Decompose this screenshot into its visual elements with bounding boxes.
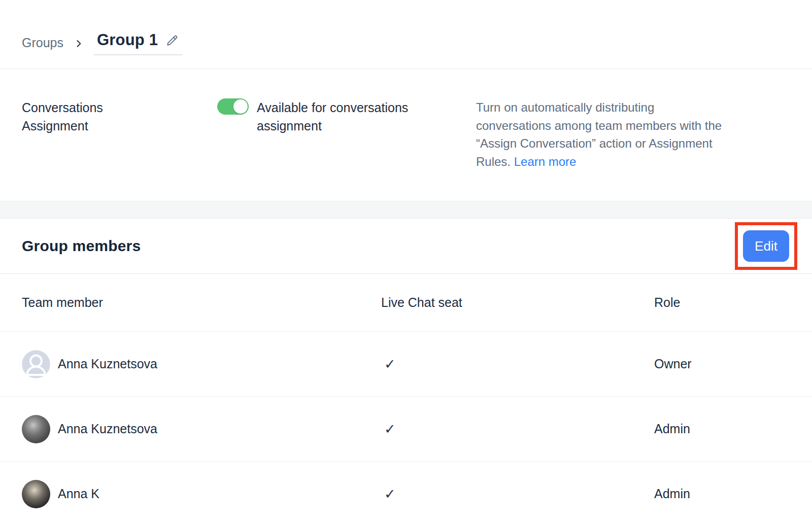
highlight-outline: Edit	[735, 222, 797, 270]
edit-button[interactable]: Edit	[743, 230, 789, 262]
live-chat-seat-cell: ✓	[381, 356, 654, 372]
description-line: conversations among team members with th…	[476, 117, 766, 135]
chevron-right-icon	[74, 39, 84, 49]
assignment-description: Turn on automatically distributing conve…	[476, 98, 766, 201]
edit-pencil-icon[interactable]	[165, 33, 179, 48]
live-chat-seat-cell: ✓	[381, 486, 654, 502]
member-cell: Anna K	[22, 480, 381, 508]
avatar-placeholder	[22, 350, 50, 378]
group-members-header: Group members Edit	[0, 219, 812, 274]
availability-toggle-group: Available for conversations assignment	[217, 98, 476, 201]
column-header-live-chat-seat: Live Chat seat	[381, 295, 654, 310]
table-row: Anna Kuznetsova ✓ Owner	[0, 332, 812, 397]
description-line: Turn on automatically distributing	[476, 98, 766, 117]
role-cell: Admin	[654, 422, 790, 436]
check-icon: ✓	[381, 421, 396, 437]
breadcrumb-groups-link[interactable]: Groups	[22, 36, 63, 50]
group-members-title: Group members	[22, 237, 141, 255]
role-cell: Admin	[654, 487, 790, 501]
toggle-knob	[233, 99, 248, 114]
role-value: Owner	[654, 357, 692, 371]
member-name: Anna K	[58, 487, 99, 501]
description-line-text: Rules.	[476, 155, 511, 168]
live-chat-seat-cell: ✓	[381, 421, 654, 437]
member-name: Anna Kuznetsova	[58, 357, 157, 371]
table-header-row: Team member Live Chat seat Role	[0, 274, 812, 332]
table-row: Anna K ✓ Admin	[0, 462, 812, 521]
member-cell: Anna Kuznetsova	[22, 350, 381, 378]
avatar-photo	[22, 480, 50, 508]
breadcrumb: Groups Group 1	[0, 0, 812, 69]
check-icon: ✓	[381, 356, 396, 372]
avatar-photo	[22, 415, 50, 443]
role-value: Admin	[654, 487, 690, 501]
group-title-editable[interactable]: Group 1	[94, 31, 182, 55]
conversations-assignment-section: Conversations Assignment Available for c…	[0, 69, 812, 201]
column-header-role: Role	[654, 295, 790, 310]
description-line: Rules. Learn more	[476, 153, 766, 171]
description-line: “Assign Conversation” action or Assignme…	[476, 134, 766, 153]
conversations-assignment-label: Conversations Assignment	[22, 98, 217, 201]
check-icon: ✓	[381, 486, 396, 502]
table-row: Anna Kuznetsova ✓ Admin	[0, 397, 812, 462]
role-cell: Owner	[654, 357, 790, 371]
section-divider-band	[0, 201, 812, 219]
learn-more-link[interactable]: Learn more	[514, 155, 577, 168]
role-value: Admin	[654, 422, 690, 436]
column-header-team-member: Team member	[22, 295, 381, 310]
availability-toggle-label: Available for conversations assignment	[257, 98, 439, 135]
member-cell: Anna Kuznetsova	[22, 415, 381, 443]
page-title: Group 1	[97, 31, 158, 49]
member-name: Anna Kuznetsova	[58, 422, 157, 436]
availability-toggle[interactable]	[217, 98, 249, 115]
